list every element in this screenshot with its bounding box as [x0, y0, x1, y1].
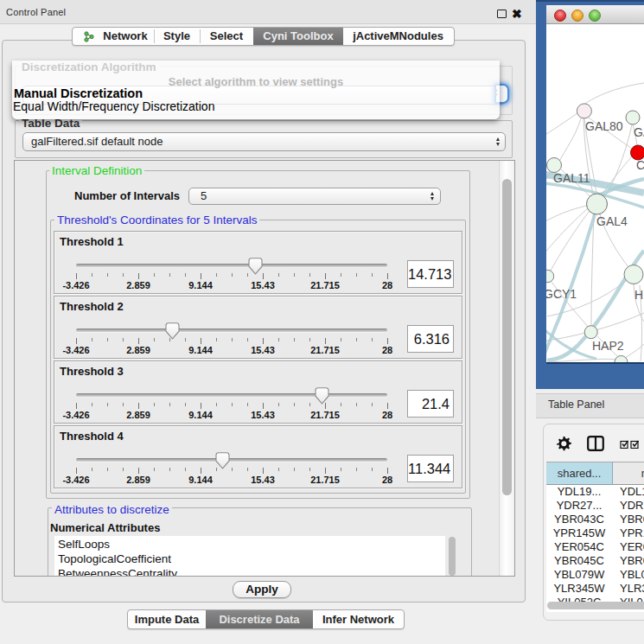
svg-text:GAL4: GAL4 — [596, 214, 628, 228]
svg-text:H: H — [634, 288, 643, 302]
svg-text:GAL11: GAL11 — [553, 171, 590, 185]
svg-text:GAL80: GAL80 — [585, 119, 623, 133]
svg-text:HAP2: HAP2 — [592, 339, 624, 353]
svg-text:GA: GA — [634, 125, 644, 139]
svg-text:GCY1: GCY1 — [546, 287, 577, 301]
svg-text:C: C — [636, 158, 644, 172]
